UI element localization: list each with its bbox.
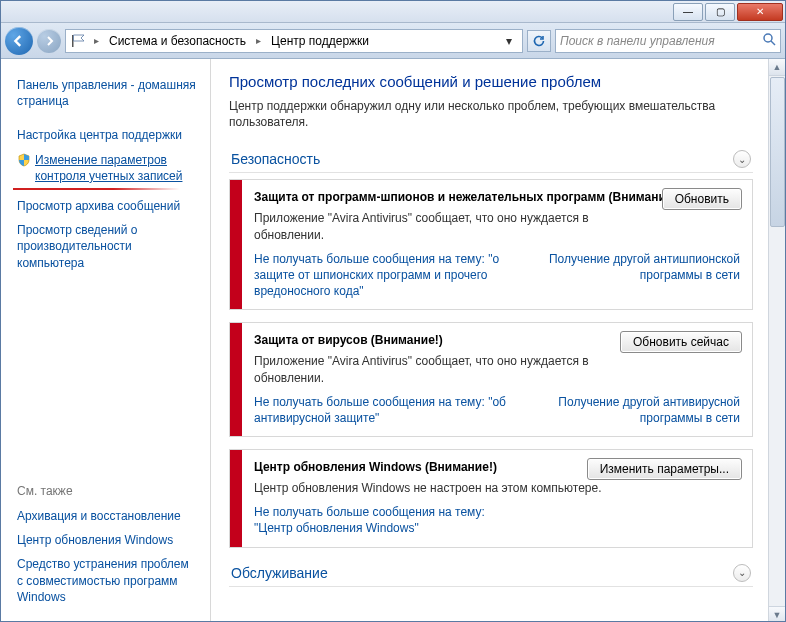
card-description: Приложение "Avira Antivirus" сообщает, ч… xyxy=(254,353,740,385)
section-label: Обслуживание xyxy=(231,565,328,581)
scroll-thumb[interactable] xyxy=(770,77,785,227)
severity-stripe xyxy=(230,450,242,547)
section-label: Безопасность xyxy=(231,151,320,167)
alert-card: Защита от вирусов (Внимание!) Обновить с… xyxy=(229,322,753,437)
sidebar-home-link[interactable]: Панель управления - домашняя страница xyxy=(13,73,198,113)
section-security-header[interactable]: Безопасность ⌄ xyxy=(229,146,753,173)
get-other-link[interactable] xyxy=(541,504,740,536)
sidebar-link-uac[interactable]: Изменение параметров контроля учетных за… xyxy=(13,148,198,188)
scroll-down-button[interactable]: ▼ xyxy=(769,606,785,622)
arrow-left-icon xyxy=(13,35,25,47)
sidebar-link[interactable]: Настройка центра поддержки xyxy=(13,123,198,147)
section-maintenance-header[interactable]: Обслуживание ⌄ xyxy=(229,560,753,587)
scroll-up-button[interactable]: ▲ xyxy=(769,59,785,76)
sidebar-seealso-link[interactable]: Архивация и восстановление xyxy=(13,504,198,528)
card-description: Центр обновления Windows не настроен на … xyxy=(254,480,740,496)
update-now-button[interactable]: Обновить сейчас xyxy=(620,331,742,353)
arrow-right-icon xyxy=(44,36,54,46)
dismiss-link[interactable]: Не получать больше сообщения на тему: "о… xyxy=(254,394,521,426)
sidebar-seealso-link[interactable]: Средство устранения проблем с совместимо… xyxy=(13,552,198,609)
vertical-scrollbar[interactable]: ▲ ▼ xyxy=(768,59,785,622)
address-bar: ▸ Система и безопасность ▸ Центр поддерж… xyxy=(1,23,785,59)
search-input[interactable]: Поиск в панели управления xyxy=(555,29,781,53)
shield-icon xyxy=(17,153,31,167)
dismiss-link[interactable]: Не получать больше сообщения на тему: "Ц… xyxy=(254,504,521,536)
back-button[interactable] xyxy=(5,27,33,55)
search-placeholder: Поиск в панели управления xyxy=(560,34,715,48)
svg-line-2 xyxy=(771,41,775,45)
close-button[interactable]: ✕ xyxy=(737,3,783,21)
breadcrumb-item[interactable]: Система и безопасность xyxy=(105,32,250,50)
severity-stripe xyxy=(230,323,242,436)
search-icon xyxy=(762,32,776,49)
svg-point-1 xyxy=(764,34,772,42)
update-button[interactable]: Обновить xyxy=(662,188,742,210)
refresh-button[interactable] xyxy=(527,30,551,52)
page-title: Просмотр последних сообщений и решение п… xyxy=(229,73,753,90)
refresh-icon xyxy=(532,34,546,48)
breadcrumb-item[interactable]: Центр поддержки xyxy=(267,32,373,50)
minimize-button[interactable]: — xyxy=(673,3,703,21)
breadcrumb[interactable]: ▸ Система и безопасность ▸ Центр поддерж… xyxy=(65,29,523,53)
sidebar-seealso-link[interactable]: Центр обновления Windows xyxy=(13,528,198,552)
severity-stripe xyxy=(230,180,242,309)
maximize-button[interactable]: ▢ xyxy=(705,3,735,21)
dismiss-link[interactable]: Не получать больше сообщения на тему: "о… xyxy=(254,251,521,300)
see-also-heading: См. также xyxy=(17,484,198,498)
chevron-down-icon[interactable]: ⌄ xyxy=(733,564,751,582)
sidebar-link[interactable]: Просмотр архива сообщений xyxy=(13,194,198,218)
forward-button[interactable] xyxy=(37,29,61,53)
get-other-link[interactable]: Получение другой антивирусной программы … xyxy=(541,394,740,426)
flag-icon xyxy=(70,34,88,48)
chevron-right-icon: ▸ xyxy=(90,35,103,46)
page-intro: Центр поддержки обнаружил одну или неско… xyxy=(229,98,753,130)
sidebar: Панель управления - домашняя страница На… xyxy=(1,59,211,622)
card-description: Приложение "Avira Antivirus" сообщает, ч… xyxy=(254,210,740,242)
alert-card: Защита от программ-шпионов и нежелательн… xyxy=(229,179,753,310)
get-other-link[interactable]: Получение другой антишпионской программы… xyxy=(541,251,740,300)
chevron-down-icon[interactable]: ⌄ xyxy=(733,150,751,168)
breadcrumb-dropdown[interactable]: ▾ xyxy=(500,34,518,48)
sidebar-link[interactable]: Просмотр сведений о производительности к… xyxy=(13,218,198,275)
alert-card: Центр обновления Windows (Внимание!) Изм… xyxy=(229,449,753,548)
window-titlebar: — ▢ ✕ xyxy=(1,1,785,23)
change-settings-button[interactable]: Изменить параметры... xyxy=(587,458,742,480)
sidebar-item-label: Изменение параметров контроля учетных за… xyxy=(35,152,198,184)
content-area: Просмотр последних сообщений и решение п… xyxy=(211,59,785,622)
chevron-right-icon: ▸ xyxy=(252,35,265,46)
